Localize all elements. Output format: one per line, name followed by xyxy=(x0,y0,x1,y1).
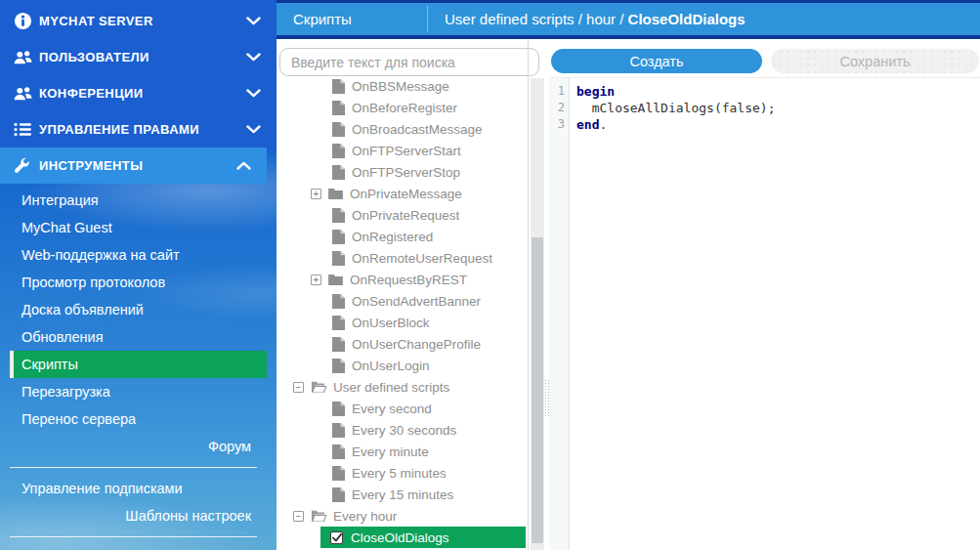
collapse-minus-icon[interactable]: − xyxy=(293,382,304,393)
document-icon xyxy=(332,79,345,94)
sidebar-divider xyxy=(10,467,257,468)
script-enabled-checkbox[interactable] xyxy=(330,531,343,544)
assign-menu-items: Назначение настроек клиентам xyxy=(0,544,267,550)
tab-scripts[interactable]: Скрипты xyxy=(277,3,427,35)
mychat-admin-app: MYCHAT SERVERПОЛЬЗОВАТЕЛИКОНФЕРЕНЦИИУПРА… xyxy=(0,0,980,550)
document-icon xyxy=(332,165,345,180)
sidebar-item-назначение-настроек-клиентам[interactable]: Назначение настроек клиентам xyxy=(0,544,267,550)
document-icon xyxy=(332,444,345,459)
document-icon xyxy=(332,423,345,438)
tree-row[interactable]: OnBroadcastMessage xyxy=(277,118,528,140)
list-icon xyxy=(14,122,39,137)
tree-row[interactable]: Every 15 minutes xyxy=(277,484,528,505)
sidebar-item-обновления[interactable]: Обновления xyxy=(0,323,267,351)
document-icon xyxy=(332,316,345,330)
tree-row[interactable]: OnUserChangeProfile xyxy=(277,333,528,355)
tree-row[interactable]: CloseOldDialogs xyxy=(277,527,528,548)
tree-scrollbar[interactable] xyxy=(531,78,544,550)
tree-row[interactable]: −User defined scripts xyxy=(277,376,528,398)
document-icon xyxy=(332,208,345,223)
create-button[interactable]: Создать xyxy=(551,49,762,73)
main-area: Скрипты User defined scripts / hour / Cl… xyxy=(277,0,980,550)
sidebar-item-доска-объявлений[interactable]: Доска объявлений xyxy=(0,296,267,323)
tree-row[interactable]: OnPrivateRequest xyxy=(277,204,528,226)
document-icon xyxy=(332,359,345,373)
sidebar-section-label: MYCHAT SERVER xyxy=(39,14,246,28)
chevron-down-icon xyxy=(246,17,261,25)
sidebar-item-web-поддержка-на-сайт[interactable]: Web-поддержка на сайт xyxy=(0,241,267,269)
users-icon xyxy=(14,50,39,65)
info-icon xyxy=(14,12,39,30)
tree-row[interactable]: Every 5 minutes xyxy=(277,462,528,484)
tree-row[interactable]: OnUserLogin xyxy=(277,355,528,376)
code-line: end. xyxy=(576,116,980,133)
sidebar-section-0[interactable]: MYCHAT SERVER xyxy=(0,3,277,39)
sidebar-section-4[interactable]: ИНСТРУМЕНТЫ xyxy=(0,148,267,184)
sidebar-item-просмотр-протоколов[interactable]: Просмотр протоколов xyxy=(0,269,267,296)
tree-row[interactable]: Every minute xyxy=(277,441,528,462)
tree-row[interactable]: OnUserBlock xyxy=(277,312,528,333)
sidebar: MYCHAT SERVERПОЛЬЗОВАТЕЛИКОНФЕРЕНЦИИУПРА… xyxy=(0,0,277,550)
sidebar-item-mychat-guest[interactable]: MyChat Guest xyxy=(0,214,267,241)
breadcrumb: User defined scripts / hour / CloseOldDi… xyxy=(445,3,972,35)
tree-row[interactable]: OnRegistered xyxy=(277,226,528,247)
code-editor[interactable]: 123 begin mCloseAllDialogs(false);end. xyxy=(549,78,980,550)
sidebar-item-перенос-сервера[interactable]: Перенос сервера xyxy=(0,405,267,433)
header-divider xyxy=(427,6,428,32)
document-icon xyxy=(332,294,345,309)
save-button[interactable]: Сохранить xyxy=(771,49,979,73)
sidebar-section-1[interactable]: ПОЛЬЗОВАТЕЛИ xyxy=(0,39,277,75)
code-line: begin xyxy=(576,83,980,100)
folder-open-icon xyxy=(311,510,326,522)
expand-plus-icon[interactable]: + xyxy=(311,275,321,285)
expand-plus-icon[interactable]: + xyxy=(311,189,321,199)
tree-row[interactable]: OnFTPServerStop xyxy=(277,161,528,183)
collapse-minus-icon[interactable]: − xyxy=(293,511,304,522)
sidebar-item-перезагрузка[interactable]: Перезагрузка xyxy=(0,378,267,405)
sidebar-item-шаблоны-настроек[interactable]: Шаблоны настроек xyxy=(0,502,267,529)
code-area[interactable]: begin mCloseAllDialogs(false);end. xyxy=(570,78,980,550)
tree-row[interactable]: OnSendAdvertBanner xyxy=(277,290,528,312)
sidebar-section-label: КОНФЕРЕНЦИИ xyxy=(39,86,246,101)
tree-row[interactable]: OnBBSMessage xyxy=(277,79,528,97)
tree-row[interactable]: OnRemoteUserRequest xyxy=(277,247,528,269)
tools-menu-items: ИнтеграцияMyChat GuestWeb-поддержка на с… xyxy=(0,187,267,460)
document-icon xyxy=(332,251,345,266)
tree-row[interactable]: OnBeforeRegister xyxy=(277,97,528,118)
users-icon xyxy=(14,86,39,102)
tree-row[interactable]: +OnRequestByREST xyxy=(277,269,528,290)
document-icon xyxy=(332,230,345,244)
tree-row[interactable]: Every second xyxy=(277,398,528,419)
tree-row[interactable]: Every 30 seconds xyxy=(277,419,528,441)
chevron-down-icon xyxy=(246,89,261,98)
sidebar-sections: MYCHAT SERVERПОЛЬЗОВАТЕЛИКОНФЕРЕНЦИИУПРА… xyxy=(0,3,277,184)
chevron-down-icon xyxy=(246,53,261,62)
sidebar-section-label: УПРАВЛЕНИЕ ПРАВАМИ xyxy=(39,122,246,137)
sidebar-item-форум[interactable]: Форум xyxy=(0,433,267,460)
document-icon xyxy=(332,122,345,137)
sidebar-item-скрипты[interactable]: Скрипты xyxy=(10,351,267,378)
line-number: 1 xyxy=(549,83,565,100)
search-input[interactable] xyxy=(279,48,539,76)
tree-row[interactable]: −Every hour xyxy=(277,505,528,527)
sidebar-item-управление-подписками[interactable]: Управление подписками xyxy=(0,475,267,502)
tree-panel-border xyxy=(528,40,529,550)
sidebar-section-label: ПОЛЬЗОВАТЕЛИ xyxy=(39,50,246,64)
tree-scrollbar-thumb[interactable] xyxy=(532,237,543,543)
code-line: mCloseAllDialogs(false); xyxy=(576,100,980,116)
sidebar-section-3[interactable]: УПРАВЛЕНИЕ ПРАВАМИ xyxy=(0,111,277,148)
scripts-tree-viewport: OnBBSMessageOnBeforeRegisterOnBroadcastM… xyxy=(277,79,528,550)
chevron-up-icon xyxy=(236,161,251,170)
page-header: Скрипты User defined scripts / hour / Cl… xyxy=(277,0,980,39)
sidebar-section-label: ИНСТРУМЕНТЫ xyxy=(39,158,236,173)
document-icon xyxy=(332,487,345,502)
document-icon xyxy=(332,337,345,352)
editor-pane: Создать Сохранить 123 begin mCloseAllDia… xyxy=(549,39,980,550)
sidebar-item-интеграция[interactable]: Интеграция xyxy=(0,187,267,214)
document-icon xyxy=(332,144,345,158)
tree-row[interactable]: +OnPrivateMessage xyxy=(277,183,528,204)
tree-row[interactable]: OnFTPServerStart xyxy=(277,140,528,161)
document-icon xyxy=(332,466,345,481)
sidebar-section-2[interactable]: КОНФЕРЕНЦИИ xyxy=(0,75,277,111)
tree-row-selected[interactable]: CloseOldDialogs xyxy=(320,527,526,548)
